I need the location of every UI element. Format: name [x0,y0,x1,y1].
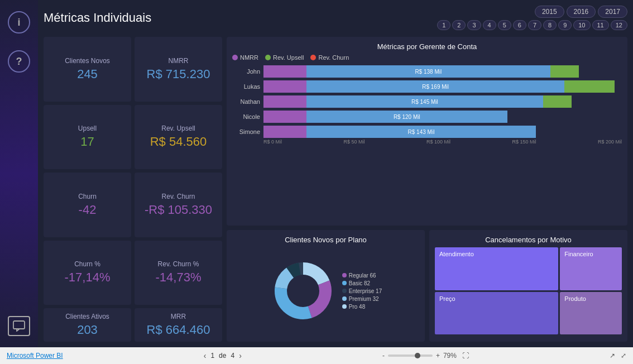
month-12-btn[interactable]: 12 [611,20,627,30]
zoom-plus[interactable]: + [436,352,440,360]
treemap-cell-atendimento: Atendimento [435,247,558,290]
donut-label-pro: Pro 48 [342,304,382,310]
legend-rev-upsell: Rev. Upsell [265,54,304,61]
treemap-cell-preco: Preço [435,292,558,335]
legend-nmrr: NMRR [232,54,258,61]
bottom-charts: Clientes Novos por Plano [227,230,627,342]
legend-rev-churn: Rev. Churn [310,54,349,61]
chat-icon[interactable] [8,316,30,336]
bar-row-nathan: Nathan R$ 145 Mil [232,95,622,108]
page-label: de [219,352,226,360]
bar-simone: R$ 143 Mil [263,126,622,138]
month-10-btn[interactable]: 10 [573,20,590,30]
year-filter: 2015 2016 2017 [535,6,627,18]
donut-label-regular: Regular 66 [342,272,382,279]
year-2016-btn[interactable]: 2016 [567,6,596,18]
donut-label-premium: Premium 32 [342,296,382,302]
bar-chart-rows: John R$ 138 Mil [232,65,622,138]
metric-rev-churn-pct: Rev. Churn % -14,73% [135,241,222,305]
x-axis: R$ 0 Mil R$ 50 Mil R$ 100 Mil R$ 150 Mil… [263,139,622,145]
month-9-btn[interactable]: 9 [558,20,572,30]
next-page-btn[interactable]: › [239,351,242,360]
month-1-btn[interactable]: 1 [437,20,450,30]
bar-row-john: John R$ 138 Mil [232,65,622,78]
treemap-cell-produto: Produto [560,292,622,335]
bar-nicole: R$ 120 Mil [263,111,622,123]
donut-label-basic: Basic 82 [342,280,382,286]
metric-churn-pct: Churn % -17,14% [44,241,131,305]
bar-chart-title: Métricas por Gerente de Conta [232,42,622,51]
powerbi-link[interactable]: Microsoft Power BI [7,352,63,360]
help-icon[interactable]: ? [8,50,30,73]
charts-area: Métricas por Gerente de Conta NMRR Rev. … [227,37,627,342]
info-icon[interactable]: i [8,11,30,33]
bar-lukas: R$ 169 Mil [263,80,622,93]
fit-page-icon[interactable]: ⛶ [462,352,469,360]
month-4-btn[interactable]: 4 [483,20,496,30]
header-controls: 2015 2016 2017 1 2 3 4 5 6 7 8 9 1 [437,6,627,30]
metric-mrr: MRR R$ 664.460 [135,308,222,342]
bar-chart: Métricas por Gerente de Conta NMRR Rev. … [227,37,627,226]
bar-row-lukas: Lukas R$ 169 Mil [232,80,622,93]
treemap-cell-financeiro: Financeiro [560,247,622,290]
metrics-charts-area: Clientes Novos 245 NMRR R$ 715.230 Upsel… [44,37,627,342]
year-2015-btn[interactable]: 2015 [535,6,564,18]
bar-john: R$ 138 Mil [263,65,622,78]
month-2-btn[interactable]: 2 [452,20,466,30]
fullscreen-icon[interactable]: ⤢ [621,352,626,360]
metric-clientes-novos: Clientes Novos 245 [44,37,131,102]
bar-row-simone: Simone R$ 143 Mil [232,126,622,138]
treemap-title: Cancelamentos por Motivo [435,236,622,244]
page-title: Métricas Individuais [44,11,151,25]
month-5-btn[interactable]: 5 [498,20,511,30]
header: Métricas Individuais 2015 2016 2017 1 2 … [44,6,627,30]
metric-rev-churn: Rev. Churn -R$ 105.330 [135,173,222,237]
donut-chart-title: Clientes Novos por Plano [232,236,419,244]
month-3-btn[interactable]: 3 [467,20,481,30]
treemap: Cancelamentos por Motivo Atendimento Fin… [429,230,627,342]
share-icon[interactable]: ↗ [610,352,615,360]
page-current: 1 [210,352,214,360]
legend-dot-nmrr [232,55,238,60]
svg-rect-0 [13,321,25,329]
month-11-btn[interactable]: 11 [592,20,609,30]
legend-dot-rev-upsell [265,55,271,60]
prev-page-btn[interactable]: ‹ [204,351,207,360]
donut-wrapper: Regular 66 Basic 82 Enterprise 17 [232,247,419,334]
zoom-minus[interactable]: - [382,352,385,360]
donut-labels: Regular 66 Basic 82 Enterprise 17 [342,272,382,310]
page-total: 4 [231,352,234,360]
legend-dot-rev-churn [310,55,316,60]
bar-chart-legend: NMRR Rev. Upsell Rev. Churn [232,54,622,61]
pagination: ‹ 1 de 4 › [204,351,242,360]
bottom-right-icons: ↗ ⤢ [610,352,626,360]
donut-chart: Clientes Novos por Plano [227,230,425,342]
metric-clientes-ativos: Clientes Ativos 203 [44,308,131,342]
metrics-grid: Clientes Novos 245 NMRR R$ 715.230 Upsel… [44,37,222,342]
metric-rev-upsell: Rev. Upsell R$ 54.560 [135,105,222,170]
bottom-bar: Microsoft Power BI ‹ 1 de 4 › - + 79% ⛶ … [0,347,633,364]
bar-nathan: R$ 145 Mil [263,95,622,108]
month-7-btn[interactable]: 7 [528,20,541,30]
zoom-thumb [415,353,420,358]
month-filter: 1 2 3 4 5 6 7 8 9 10 11 12 [437,20,627,30]
zoom-value: 79% [443,352,457,360]
metric-churn: Churn -42 [44,173,131,237]
month-8-btn[interactable]: 8 [543,20,557,30]
sidebar: i ? [0,0,38,347]
metric-nmrr: NMRR R$ 715.230 [135,37,222,102]
donut-label-enterprise: Enterprise 17 [342,288,382,294]
zoom-controls: - + 79% ⛶ [382,352,469,360]
month-6-btn[interactable]: 6 [513,20,526,30]
donut-svg [270,257,337,324]
year-2017-btn[interactable]: 2017 [598,6,627,18]
main-content: Métricas Individuais 2015 2016 2017 1 2 … [38,0,633,347]
svg-point-7 [287,275,319,306]
zoom-slider[interactable] [388,355,433,357]
metric-upsell: Upsell 17 [44,105,131,170]
bar-row-nicole: Nicole R$ 120 Mil [232,111,622,123]
treemap-grid: Atendimento Financeiro Preço Produto [435,247,622,334]
